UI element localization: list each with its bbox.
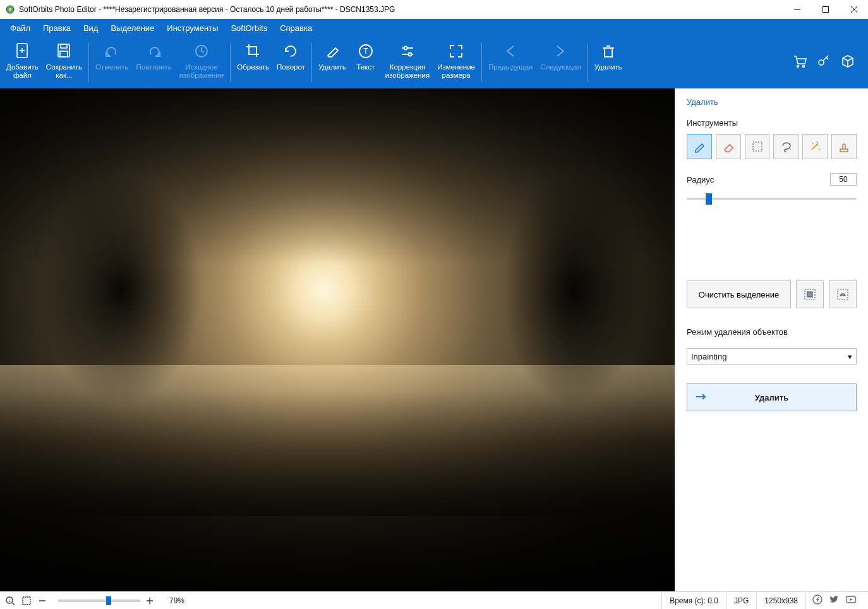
zoom-in-icon[interactable]	[145, 596, 154, 605]
svg-rect-33	[23, 597, 30, 605]
toolbar: Добавить файл Сохранить как... Отменить …	[0, 37, 868, 88]
marker-tool[interactable]	[687, 134, 712, 159]
sliders-icon	[399, 40, 416, 62]
save-icon	[56, 40, 72, 62]
zoom-slider[interactable]	[58, 600, 140, 602]
menu-tools[interactable]: Инструменты	[160, 21, 224, 35]
eraser-tool[interactable]	[716, 134, 741, 159]
svg-point-23	[803, 66, 805, 68]
add-file-button[interactable]: Добавить файл	[3, 37, 42, 88]
radius-value[interactable]: 50	[830, 173, 857, 186]
box-icon[interactable]	[840, 54, 855, 71]
svg-rect-25	[753, 142, 762, 151]
arrow-right-icon	[695, 392, 709, 403]
facebook-icon[interactable]	[812, 594, 823, 606]
titlebar: SoftOrbits Photo Editor - ****Незарегист…	[0, 0, 868, 19]
window-title: SoftOrbits Photo Editor - ****Незарегист…	[19, 5, 783, 14]
lasso-tool[interactable]	[773, 134, 799, 159]
crop-icon	[245, 40, 262, 62]
radius-slider[interactable]	[687, 192, 857, 205]
svg-point-1	[9, 8, 12, 11]
toolbar-divider	[230, 43, 231, 82]
canvas[interactable]	[0, 88, 675, 591]
save-selection-button[interactable]	[796, 280, 824, 308]
delete-button[interactable]: Удалить	[591, 37, 626, 88]
key-icon[interactable]	[816, 54, 831, 71]
side-panel: Удалить Инструменты Радиус 50 Очистить в…	[675, 88, 868, 591]
svg-rect-19	[605, 48, 612, 57]
trash-icon	[600, 40, 617, 62]
svg-point-17	[404, 47, 407, 50]
mode-select[interactable]: Inpainting ▾	[687, 348, 857, 365]
cart-icon[interactable]	[792, 54, 807, 71]
crop-button[interactable]: Обрезать	[233, 37, 273, 88]
next-button[interactable]: Следующая	[536, 37, 584, 88]
rect-select-tool[interactable]	[745, 134, 770, 159]
stamp-tool[interactable]	[831, 134, 857, 159]
text-icon: T	[358, 40, 374, 62]
svg-text:1: 1	[8, 598, 11, 602]
svg-rect-3	[823, 7, 828, 13]
arrow-right-icon	[552, 40, 569, 62]
svg-rect-28	[807, 292, 812, 297]
menu-file[interactable]: Файл	[4, 21, 37, 35]
original-button[interactable]: Исходное изображение	[176, 37, 228, 88]
zoom-actual-icon[interactable]: 1	[5, 596, 15, 606]
zoom-fit-icon[interactable]	[21, 596, 32, 606]
statusbar: 1 79% Время (c): 0.0 JPG 1250x938	[0, 591, 868, 609]
rotate-icon	[282, 40, 299, 62]
text-button[interactable]: T Текст	[350, 37, 382, 88]
rotate-button[interactable]: Поворот	[273, 37, 309, 88]
status-dimensions: 1250x938	[756, 592, 805, 609]
svg-point-18	[409, 53, 412, 56]
clear-selection-button[interactable]: Очистить выделение	[687, 280, 791, 308]
remove-action-button[interactable]: Удалить	[687, 383, 857, 411]
workspace: Удалить Инструменты Радиус 50 Очистить в…	[0, 88, 868, 591]
expand-icon	[448, 40, 464, 62]
magic-wand-tool[interactable]	[802, 134, 828, 159]
svg-point-22	[797, 66, 799, 68]
svg-rect-26	[840, 149, 848, 152]
prev-button[interactable]: Предыдущая	[485, 37, 536, 88]
close-button[interactable]	[840, 0, 868, 19]
arrow-left-icon	[502, 40, 519, 62]
menu-edit[interactable]: Правка	[37, 21, 77, 35]
eraser-icon	[324, 40, 341, 62]
correction-button[interactable]: Коррекция изображения	[382, 37, 433, 88]
chevron-down-icon: ▾	[848, 352, 852, 361]
undo-icon	[104, 40, 120, 62]
radius-label: Радиус	[687, 175, 714, 184]
svg-line-31	[12, 603, 15, 605]
tools-label: Инструменты	[687, 118, 857, 128]
redo-icon	[146, 40, 162, 62]
resize-button[interactable]: Изменение размера	[433, 37, 479, 88]
maximize-button[interactable]	[811, 0, 840, 19]
photo-image	[0, 88, 675, 591]
panel-tab[interactable]: Удалить	[687, 97, 857, 107]
status-time: Время (c): 0.0	[661, 592, 726, 609]
zoom-level: 79%	[169, 596, 184, 605]
svg-text:T: T	[363, 47, 368, 56]
toolbar-divider	[481, 43, 482, 82]
menu-selection[interactable]: Выделение	[104, 21, 160, 35]
toolbar-divider	[88, 43, 89, 82]
file-add-icon	[14, 40, 30, 62]
youtube-icon[interactable]	[845, 594, 857, 606]
svg-rect-11	[60, 51, 68, 57]
save-as-button[interactable]: Сохранить как...	[42, 37, 86, 88]
toolbar-divider	[311, 43, 312, 82]
svg-rect-10	[61, 44, 67, 48]
menu-view[interactable]: Вид	[77, 21, 105, 35]
undo-button[interactable]: Отменить	[92, 37, 133, 88]
redo-button[interactable]: Повторить	[133, 37, 176, 88]
twitter-icon[interactable]	[829, 594, 839, 606]
status-format: JPG	[726, 592, 756, 609]
remove-button[interactable]: Удалить	[315, 37, 350, 88]
menu-help[interactable]: Справка	[274, 21, 318, 35]
load-selection-button[interactable]	[829, 280, 857, 308]
svg-point-24	[819, 60, 824, 65]
app-icon	[5, 4, 15, 15]
menu-softorbits[interactable]: SoftOrbits	[224, 21, 274, 35]
zoom-out-icon[interactable]	[38, 596, 47, 605]
minimize-button[interactable]	[783, 0, 811, 19]
